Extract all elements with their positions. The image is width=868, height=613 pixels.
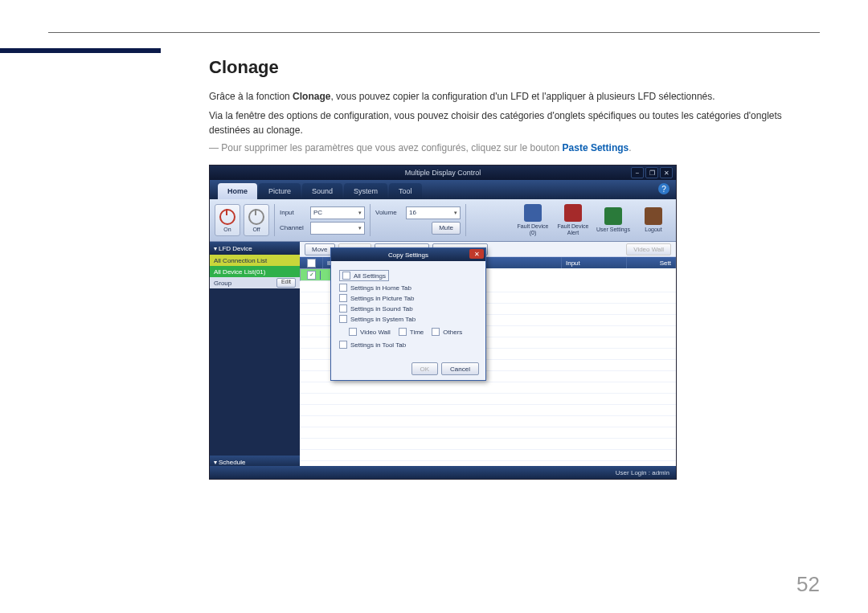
fault-device-button[interactable]: Fault Device (0): [515, 204, 551, 235]
maximize-button[interactable]: ❐: [645, 167, 658, 178]
opt-others[interactable]: Others: [432, 328, 462, 336]
tab-system[interactable]: System: [344, 183, 387, 199]
volume-label: Volume: [375, 209, 403, 216]
divider: [48, 32, 820, 33]
edit-button[interactable]: Edit: [276, 278, 296, 288]
alert-icon: [564, 204, 582, 222]
power-off-icon: [248, 209, 264, 225]
modal-title: Copy Settings ✕: [331, 248, 485, 261]
app-title: Multiple Display Control: [405, 169, 481, 177]
power-group: On Off: [215, 204, 269, 236]
note-line: Pour supprimer les paramètres que vous a…: [209, 142, 820, 153]
content-area: Clonage Grâce à la fonction Clonage, vou…: [209, 57, 820, 480]
sidebar-all-device[interactable]: All Device List(01): [210, 266, 300, 277]
tab-home[interactable]: Home: [218, 183, 257, 199]
mute-button[interactable]: Mute: [432, 222, 461, 235]
opt-home-tab[interactable]: Settings in Home Tab: [339, 284, 477, 292]
copy-settings-modal: Copy Settings ✕ All Settings Settings in…: [330, 247, 486, 381]
logout-icon: [645, 207, 662, 225]
document-page: Clonage Grâce à la fonction Clonage, vou…: [0, 0, 868, 613]
modal-footer: OK Cancel: [331, 358, 485, 380]
tab-picture[interactable]: Picture: [259, 183, 301, 199]
power-on-label: On: [223, 227, 231, 232]
section-heading: Clonage: [209, 57, 820, 78]
monitor-icon: [524, 204, 542, 222]
power-on-button[interactable]: On: [215, 204, 240, 236]
close-button[interactable]: ✕: [660, 167, 673, 178]
main-tabs: Home Picture Sound System Tool ?: [210, 180, 676, 199]
note-post: .: [628, 142, 631, 153]
opt-system-tab[interactable]: Settings in System Tab: [339, 315, 477, 323]
tab-tool[interactable]: Tool: [389, 183, 422, 199]
channel-label: Channel: [280, 224, 307, 231]
video-wall-button[interactable]: Video Wall: [626, 243, 671, 255]
col-check: [300, 257, 323, 268]
input-label: Input: [280, 209, 307, 216]
status-text: User Login : admin: [616, 469, 669, 476]
row-checkbox[interactable]: ✓: [307, 271, 316, 280]
col-setting: Sett: [627, 257, 676, 268]
sidebar: LFD Device All Connection List All Devic…: [210, 242, 300, 480]
note-pre: Pour supprimer les paramètres que vous a…: [221, 142, 562, 153]
power-on-icon: [219, 209, 235, 225]
paste-settings-ref: Paste Settings: [563, 142, 629, 153]
opt-sound-tab[interactable]: Settings in Sound Tab: [339, 304, 477, 313]
sidebar-group-row: Group Edit: [210, 277, 300, 288]
paragraph-2: Via la fenêtre des options de configurat…: [209, 108, 820, 137]
app-screenshot: Multiple Display Control − ❐ ✕ Home Pict…: [209, 165, 677, 480]
help-icon[interactable]: ?: [658, 183, 669, 194]
ribbon: On Off InputPC Channel Volume16 Mute Fau…: [210, 199, 676, 242]
group-label: Group: [214, 280, 231, 287]
divider: [465, 204, 466, 236]
input-channel-group: InputPC Channel: [280, 206, 365, 235]
status-bar: User Login : admin: [210, 466, 676, 479]
modal-ok-button[interactable]: OK: [411, 362, 439, 375]
power-off-label: Off: [252, 227, 260, 232]
modal-body: All Settings Settings in Home Tab Settin…: [331, 261, 485, 358]
volume-select[interactable]: 16: [406, 206, 461, 219]
para1-post: , vous pouvez copier la configuration d'…: [330, 91, 714, 102]
user-icon: [604, 207, 622, 225]
opt-all-settings[interactable]: All Settings: [339, 270, 389, 281]
col-input: Input: [562, 257, 627, 268]
logout-button[interactable]: Logout: [636, 207, 671, 233]
page-number: 52: [796, 572, 820, 597]
user-settings-button[interactable]: User Settings: [596, 207, 631, 233]
checkbox-all[interactable]: [307, 259, 316, 268]
paragraph-1: Grâce à la fonction Clonage, vous pouvez…: [209, 89, 820, 104]
opt-tool-tab[interactable]: Settings in Tool Tab: [339, 341, 477, 349]
modal-close-button[interactable]: ✕: [469, 249, 484, 259]
power-off-button[interactable]: Off: [244, 204, 269, 236]
window-buttons: − ❐ ✕: [631, 167, 673, 178]
lfd-device-header[interactable]: LFD Device: [210, 242, 300, 255]
modal-cancel-button[interactable]: Cancel: [441, 362, 479, 375]
input-select[interactable]: PC: [310, 206, 365, 219]
volume-group: Volume16 Mute: [375, 206, 461, 235]
channel-select[interactable]: [310, 222, 365, 235]
minimize-button[interactable]: −: [631, 167, 644, 178]
checkbox-icon: [342, 272, 350, 280]
tab-sound[interactable]: Sound: [302, 183, 342, 199]
opt-picture-tab[interactable]: Settings in Picture Tab: [339, 294, 477, 302]
sidebar-all-connection[interactable]: All Connection List: [210, 255, 300, 266]
divider: [370, 204, 371, 236]
para1-pre: Grâce à la fonction: [209, 91, 293, 102]
opt-time[interactable]: Time: [399, 328, 424, 336]
decorative-rule: [0, 48, 161, 53]
titlebar: Multiple Display Control − ❐ ✕: [210, 166, 676, 180]
para1-bold: Clonage: [293, 91, 330, 102]
opt-video-wall[interactable]: Video Wall: [349, 328, 391, 336]
sidebar-fill: [210, 288, 300, 456]
divider: [274, 204, 275, 236]
fault-alert-button[interactable]: Fault Device Alert: [555, 204, 591, 235]
